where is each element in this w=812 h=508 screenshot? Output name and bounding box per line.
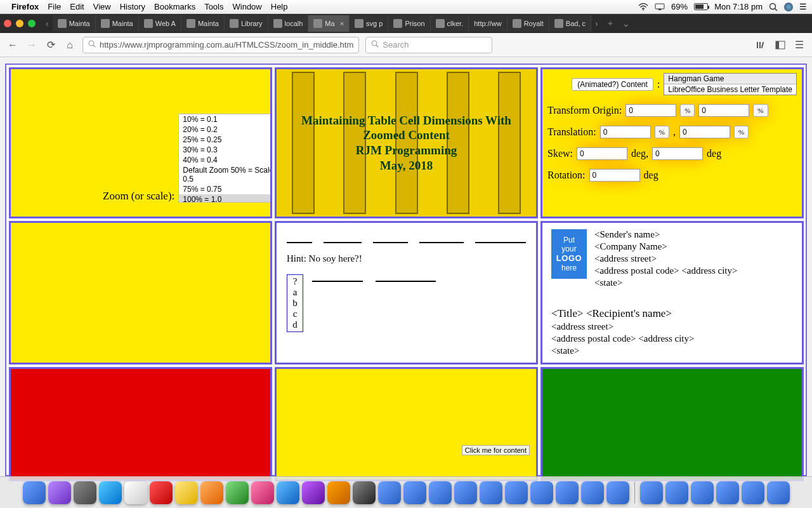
transform-y-input[interactable]	[698, 104, 749, 117]
menubar-clock[interactable]: Mon 7:18 pm	[714, 2, 763, 11]
search-bar[interactable]: Search	[365, 37, 492, 53]
menu-edit[interactable]: Edit	[70, 2, 84, 11]
tabstrip-forward[interactable]: ›	[595, 18, 598, 29]
dock-app-icon[interactable]	[530, 481, 553, 504]
home-button[interactable]: ⌂	[63, 39, 76, 51]
tab-6[interactable]: Ma×	[308, 15, 350, 32]
menu-bookmarks[interactable]: Bookmarks	[154, 2, 195, 11]
translation-y-input[interactable]	[679, 126, 730, 138]
menu-view[interactable]: View	[93, 2, 111, 11]
dock-app-icon[interactable]	[200, 481, 223, 504]
tab-8[interactable]: Prison	[388, 15, 430, 32]
skew-x-input[interactable]	[577, 147, 627, 160]
dock-app-icon[interactable]	[691, 481, 714, 504]
zoom-option-selected[interactable]: 100% = 1.0	[179, 194, 272, 203]
dock-app-icon[interactable]	[327, 481, 350, 504]
dock-app-icon[interactable]	[429, 481, 452, 504]
unit-percent[interactable]: %	[753, 104, 768, 117]
hamburger-menu-icon[interactable]: ☰	[793, 39, 806, 51]
letter-option[interactable]: d	[292, 319, 298, 330]
back-button[interactable]: ←	[6, 39, 19, 51]
dock-app-icon[interactable]	[74, 481, 96, 504]
letter-option[interactable]: b	[292, 298, 298, 309]
app-name[interactable]: Firefox	[11, 2, 39, 11]
reload-button[interactable]: ⟳	[44, 39, 57, 51]
notifications-icon[interactable]: ☰	[799, 2, 807, 11]
close-tab-icon[interactable]: ×	[340, 20, 344, 27]
dock-app-icon[interactable]	[665, 481, 688, 504]
tab-3[interactable]: Mainta	[181, 15, 225, 32]
dock-app-icon[interactable]	[277, 481, 299, 504]
new-tab-icon[interactable]: ＋	[606, 18, 615, 29]
hangman-letter-select[interactable]: ? a b c d	[287, 274, 303, 332]
tab-5[interactable]: localh	[268, 15, 309, 32]
dock-app-icon[interactable]	[378, 481, 401, 504]
minimize-window-icon[interactable]	[16, 20, 23, 27]
dock-app-icon[interactable]	[454, 481, 477, 504]
tab-9[interactable]: clker.	[431, 15, 469, 32]
letter-option[interactable]: c	[293, 309, 298, 319]
dock-app-icon[interactable]	[716, 481, 739, 504]
zoom-option[interactable]: 20% = 0.2	[179, 124, 272, 135]
content-option[interactable]: Hangman Game	[664, 74, 796, 84]
transform-x-input[interactable]	[625, 104, 676, 117]
tabstrip-back[interactable]: ‹	[46, 18, 49, 29]
letter-option[interactable]: ?	[293, 276, 298, 287]
dock-app-icon[interactable]	[175, 481, 198, 504]
zoom-option[interactable]: 30% = 0.3	[179, 145, 272, 155]
unit-percent[interactable]: %	[655, 126, 669, 138]
sidebar-icon[interactable]	[774, 39, 787, 51]
zoom-window-icon[interactable]	[28, 20, 36, 27]
rotation-input[interactable]	[589, 169, 640, 182]
dock-app-icon[interactable]	[226, 481, 249, 504]
tab-1[interactable]: Mainta	[96, 15, 139, 32]
zoom-option[interactable]: Default Zoom 50% = Scale 0.5	[179, 165, 272, 184]
dock-app-icon[interactable]	[124, 481, 147, 504]
dock-app-icon[interactable]	[742, 481, 764, 504]
tab-12[interactable]: Bad, c	[549, 15, 591, 32]
dock-app-icon[interactable]	[640, 481, 663, 504]
content-option[interactable]: LibreOffice Business Letter Template	[664, 84, 796, 95]
url-bar[interactable]: https://www.rjmprogramming.com.au/HTMLCS…	[82, 37, 359, 53]
dock-app-icon[interactable]	[23, 481, 46, 504]
spotlight-icon[interactable]	[769, 3, 778, 11]
zoom-option[interactable]: 25% = 0.25	[179, 135, 272, 145]
translation-x-input[interactable]	[600, 126, 651, 138]
tab-2[interactable]: Web A	[139, 15, 181, 32]
dock-app-icon[interactable]	[767, 481, 790, 504]
wifi-icon[interactable]	[638, 3, 648, 11]
tab-4[interactable]: Library	[225, 15, 268, 32]
dock-app-icon[interactable]	[556, 481, 579, 504]
dock-app-icon[interactable]	[99, 481, 122, 504]
tab-dropdown-icon[interactable]: ⌄	[622, 18, 630, 29]
unit-percent[interactable]: %	[734, 126, 749, 138]
tab-10[interactable]: http://ww	[469, 15, 507, 32]
dock-app-icon[interactable]	[48, 481, 71, 504]
menu-tools[interactable]: Tools	[204, 2, 223, 11]
menu-file[interactable]: File	[48, 2, 61, 11]
zoom-option[interactable]: 40% = 0.4	[179, 155, 272, 165]
dock-app-icon[interactable]	[505, 481, 528, 504]
window-controls[interactable]	[4, 20, 36, 27]
dock-app-icon[interactable]	[480, 481, 502, 504]
zoom-option[interactable]: 10% = 0.1	[179, 114, 272, 124]
content-select[interactable]: Hangman Game LibreOffice Business Letter…	[664, 73, 797, 95]
tab-7[interactable]: svg p	[350, 15, 388, 32]
dock-app-icon[interactable]	[403, 481, 426, 504]
dock-app-icon[interactable]	[606, 481, 629, 504]
dock-app-icon[interactable]	[581, 481, 604, 504]
zoom-option[interactable]: 75% = 0.75	[179, 184, 272, 194]
letter-option[interactable]: a	[293, 287, 298, 298]
library-icon[interactable]	[755, 39, 768, 51]
unit-percent[interactable]: %	[680, 104, 695, 117]
menu-history[interactable]: History	[120, 2, 145, 11]
zoom-select[interactable]: 10% = 0.1 20% = 0.2 25% = 0.25 30% = 0.3…	[178, 114, 272, 203]
menu-help[interactable]: Help	[271, 2, 288, 11]
animated-content-button[interactable]: (Animated?) Content	[572, 78, 653, 91]
click-me-button[interactable]: Click me for content	[462, 445, 530, 455]
close-window-icon[interactable]	[4, 20, 11, 27]
forward-button[interactable]: →	[25, 39, 38, 51]
skew-y-input[interactable]	[652, 147, 703, 160]
siri-icon[interactable]	[784, 3, 793, 11]
dock-app-icon[interactable]	[353, 481, 376, 504]
